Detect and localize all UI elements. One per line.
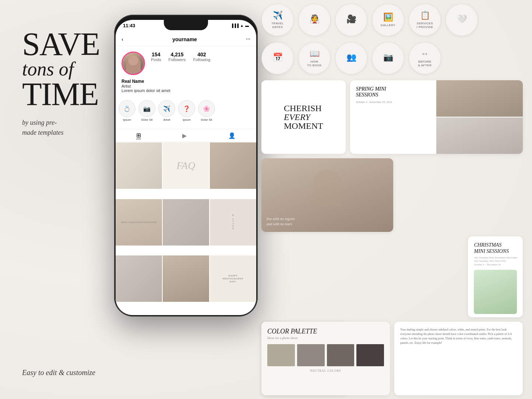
highlight-circle-3[interactable]: ✈️ <box>158 100 175 117</box>
spring-title: SPRING MINI SESSIONS <box>356 86 431 98</box>
book-label: HOWTO BOOK <box>307 60 322 67</box>
christmas-details: Any Saturday from November-April 5pm Any… <box>474 256 517 267</box>
grid-cell-1 <box>116 142 162 189</box>
story-gallery[interactable]: 🖼️ GALLERY <box>372 4 404 36</box>
palette-bar-4 <box>356 344 384 366</box>
couple-text: live with no regretsand with no tears <box>267 216 388 227</box>
christmas-photo <box>474 270 517 314</box>
headline-save: SAVE <box>22 29 125 59</box>
story-video[interactable]: 🎥 <box>335 4 367 36</box>
highlight-circle-2[interactable]: 📷 <box>138 100 155 117</box>
page-wrapper: SAVE tons of TIME by using pre- made tem… <box>0 0 532 399</box>
palette-bar-2 <box>297 344 325 366</box>
profile-stats: 154 Posts 4,215 Followers 402 Following <box>151 52 210 62</box>
story-services[interactable]: 📋 SERVICESI PROVIDE <box>409 4 441 36</box>
spring-photos <box>436 80 523 154</box>
highlight-weddings: 💍 Ipsum <box>119 100 135 121</box>
bottom-cta: Easy to edit & customize <box>22 368 95 377</box>
before-after-icon: ↔️ <box>421 49 429 59</box>
phone-screen: 11:43 ▐▐▐ ▲ ▬ ‹ yourname ··· <box>116 20 256 315</box>
travel-icon: ✈️ <box>273 11 283 20</box>
cherish-text: CHERISH EVERY MOMENT <box>284 104 323 130</box>
camera-icon: 📷 <box>383 53 393 62</box>
battery-icon: ▬ <box>245 24 249 28</box>
profile-section: 154 Posts 4,215 Followers 402 Following <box>121 52 250 75</box>
couple-overlay: live with no regretsand with no tears <box>267 216 388 227</box>
cherish-line2: EVERY <box>284 112 310 122</box>
gallery-label: GALLERY <box>381 24 395 27</box>
grid-cell-6: & AFTER <box>210 199 256 246</box>
tab-reels[interactable]: ▶ <box>182 132 187 139</box>
photo-grid: FAQ MEET YOUR PHOTOGRAPHER & AFTER HAPPY… <box>116 142 256 311</box>
highlight-circle-1[interactable]: 💍 <box>119 100 135 117</box>
tab-tagged[interactable]: 👤 <box>228 132 236 139</box>
following-count: 402 <box>193 52 210 57</box>
cherish-line1: CHERISH <box>284 103 322 113</box>
tab-grid[interactable]: ⊞ <box>136 132 141 139</box>
profile-picture <box>121 52 145 75</box>
highlight-qa: ❓ Ipsum <box>178 100 195 121</box>
grid-text-6: & AFTER <box>232 214 235 230</box>
card-lorem: Your darling simple and choose subdued c… <box>394 322 523 395</box>
bride-icon: 👰 <box>310 14 320 24</box>
grid-cell-9: HAPPYPHOTOGRAPHYDAY! <box>210 255 256 302</box>
ig-username: yourname <box>172 36 197 42</box>
grid-cell-5 <box>163 199 209 246</box>
video-icon: 🎥 <box>346 14 356 24</box>
instagram-header: ‹ yourname ··· <box>116 33 256 46</box>
story-calendar[interactable]: 📅 <box>261 42 294 74</box>
subtext-line1: by using pre- <box>22 119 57 126</box>
profile-title: Artist <box>121 84 250 88</box>
followers-count: 4,215 <box>169 52 186 57</box>
story-heart[interactable]: 🤍 <box>445 4 478 36</box>
story-bride[interactable]: 👰 <box>298 4 331 36</box>
heart-icon: 🤍 <box>457 14 467 24</box>
story-before-after[interactable]: ↔️ BEFORE& AFTER <box>409 42 441 74</box>
highlight-circle-5[interactable]: 🌸 <box>198 100 215 117</box>
more-options[interactable]: ··· <box>246 36 250 43</box>
bottom-cards: COLOR PALETTE Ideas for a photo shoot NE… <box>258 322 526 395</box>
profile-bio: Lorem ipsum dolor sit amet <box>121 88 250 93</box>
spring-left: SPRING MINI SESSIONS October 4 - Decembe… <box>350 80 437 154</box>
story-how-to-book[interactable]: 📖 HOWTO BOOK <box>298 42 331 74</box>
story-people[interactable]: 👥 <box>335 42 367 74</box>
card-spring: SPRING MINI SESSIONS October 4 - Decembe… <box>350 80 523 154</box>
back-button[interactable]: ‹ <box>121 36 123 43</box>
highlight-label-5: Dolor Sit <box>201 118 212 121</box>
phone-container: 11:43 ▐▐▐ ▲ ▬ ‹ yourname ··· <box>114 15 258 317</box>
cherish-content: CHERISH EVERY MOMENT <box>284 104 323 130</box>
palette-title: COLOR PALETTE <box>267 328 384 335</box>
phone-notch <box>164 20 208 30</box>
services-icon: 📋 <box>420 11 430 20</box>
card-cherish: CHERISH EVERY MOMENT <box>261 80 346 154</box>
people-icon: 👥 <box>346 53 356 62</box>
posts-count: 154 <box>151 52 161 57</box>
cherish-line3: MOMENT <box>284 121 323 131</box>
christmas-title: CHRISTMASMINI SESSIONS <box>474 242 517 255</box>
grid-text-9: HAPPYPHOTOGRAPHYDAY! <box>221 273 245 285</box>
card-christmas: CHRISTMASMINI SESSIONS Any Saturday from… <box>468 236 523 317</box>
highlight-circle-4[interactable]: ❓ <box>178 100 195 117</box>
posts-label: Posts <box>151 57 161 62</box>
before-after-label: BEFORE& AFTER <box>418 60 432 67</box>
status-time: 11:43 <box>123 23 135 28</box>
tab-bar: ⊞ ▶ 👤 <box>116 129 256 142</box>
travel-label: TRAVELDATES <box>271 22 284 29</box>
lorem-text-content: Your darling simple and choose subdued c… <box>400 328 512 345</box>
spring-photo-2 <box>436 117 523 154</box>
profile-real-name: Real Name <box>121 79 250 84</box>
story-camera[interactable]: 📷 <box>372 42 404 74</box>
highlights-section: 💍 Ipsum 📷 Dolor Sit ✈️ Amet ❓ Ipsum <box>119 100 253 121</box>
story-travel-dates[interactable]: ✈️ TRAVELDATES <box>261 4 294 36</box>
following-label: Following <box>193 57 210 62</box>
grid-cell-8 <box>163 255 209 302</box>
highlight-label-1: Ipsum <box>123 118 131 121</box>
grid-cell-2: FAQ <box>163 142 209 189</box>
book-icon: 📖 <box>310 49 320 59</box>
profile-name-section: Real Name Artist Lorem ipsum dolor sit a… <box>121 79 250 93</box>
phone-outer: 11:43 ▐▐▐ ▲ ▬ ‹ yourname ··· <box>114 15 258 317</box>
palette-bars <box>267 344 384 366</box>
spring-photo-1 <box>436 80 523 117</box>
grid-cell-3 <box>210 142 256 189</box>
wifi-icon: ▲ <box>240 24 244 28</box>
